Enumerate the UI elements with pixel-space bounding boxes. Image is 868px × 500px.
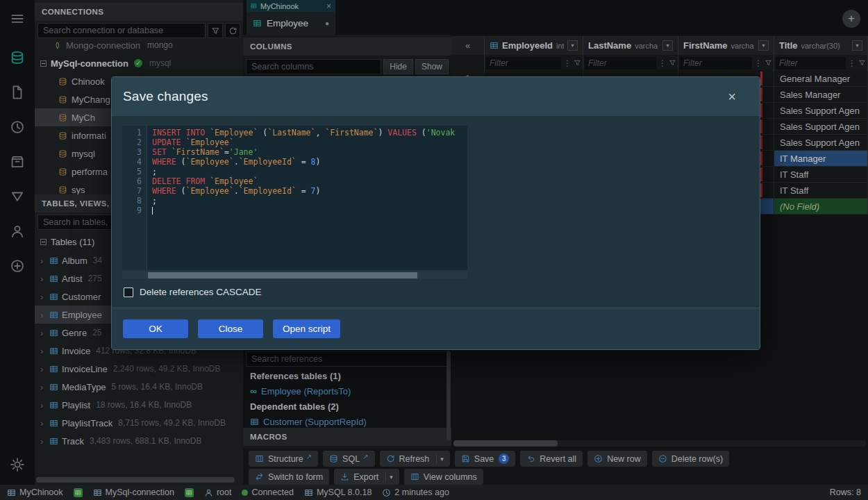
code-token: ; (152, 167, 157, 176)
code-token: ) (315, 157, 320, 167)
code-line: INSERT INTO `Employee` (`LastName`, `Fir… (152, 128, 467, 138)
code-token: `FirstName` (325, 128, 378, 138)
editor-gutter: 123456789 (122, 126, 147, 270)
code-token: `EmployeeId` (239, 157, 297, 167)
code-token: `Employee` (185, 186, 233, 196)
code-token: 'Jane' (229, 147, 258, 157)
code-line: ; (152, 167, 467, 176)
code-token: SET (152, 147, 172, 157)
open-script-button[interactable]: Open script (273, 319, 340, 338)
code-line: WHERE (`Employee`.`EmployeeId` = 7) (152, 186, 467, 196)
code-token: = (297, 186, 311, 196)
modal-header: Save changes × (112, 77, 760, 116)
code-line (152, 206, 467, 215)
sql-editor[interactable]: 123456789 INSERT INTO `Employee` (`LastN… (122, 126, 467, 270)
code-token: , (315, 128, 325, 138)
code-token: = (224, 147, 229, 157)
code-line: WHERE (`Employee`.`EmployeeId` = 8) (152, 157, 467, 167)
code-token: `Employee` (185, 138, 233, 147)
code-line: DELETE FROM `Employee` (152, 176, 467, 186)
editor-horizontal-scrollbar[interactable] (122, 272, 467, 279)
line-number: 4 (122, 157, 142, 167)
cascade-checkbox-row[interactable]: Delete references CASCADE (124, 287, 262, 297)
code-token: ( (258, 128, 267, 138)
code-token: WHERE (152, 186, 181, 196)
code-token: ) (315, 186, 320, 196)
line-number: 9 (122, 206, 142, 215)
app-root: CONNECTIONS Mongo-connectionmongoMySql-c… (0, 0, 868, 500)
cascade-checkbox-label: Delete references CASCADE (140, 287, 262, 297)
modal-footer: OK Close Open script (112, 308, 760, 349)
save-changes-modal: Save changes × 123456789 INSERT INTO `Em… (111, 76, 760, 350)
code-token: = (297, 157, 311, 167)
code-token: ; (152, 196, 157, 206)
modal-body: 123456789 INSERT INTO `Employee` (`LastN… (112, 116, 760, 308)
code-token: `Employee` (210, 176, 258, 186)
modal-close-icon[interactable]: × (728, 90, 749, 103)
line-number: 6 (122, 176, 142, 186)
code-token: ( (422, 128, 426, 138)
close-button[interactable]: Close (198, 319, 263, 338)
code-token: ) (378, 128, 387, 138)
code-token: 'Novak (426, 128, 456, 138)
modal-title: Save changes (123, 89, 208, 104)
code-token: . (234, 157, 239, 167)
code-token: `LastName` (267, 128, 315, 138)
code-line: UPDATE `Employee` (152, 138, 467, 147)
line-number: 7 (122, 186, 142, 196)
code-line: ; (152, 196, 467, 206)
editor-code[interactable]: INSERT INTO `Employee` (`LastName`, `Fir… (147, 126, 467, 270)
code-token: VALUES (387, 128, 421, 138)
ok-button[interactable]: OK (123, 319, 188, 338)
line-number: 3 (122, 147, 142, 157)
line-number: 5 (122, 167, 142, 176)
line-number: 2 (122, 138, 142, 147)
scrollbar-thumb[interactable] (148, 272, 417, 278)
cascade-checkbox[interactable] (124, 288, 133, 297)
code-line: SET `FirstName`='Jane' (152, 147, 467, 157)
code-token: `EmployeeId` (239, 186, 297, 196)
code-token: DELETE FROM (152, 176, 210, 186)
text-cursor (152, 207, 153, 215)
line-number: 8 (122, 196, 142, 206)
code-token: `Employee` (210, 128, 258, 138)
code-token: INSERT INTO (152, 128, 210, 138)
code-token: WHERE (152, 157, 181, 167)
line-number: 1 (122, 128, 142, 138)
code-token: `FirstName` (172, 147, 224, 157)
code-token: . (234, 186, 239, 196)
code-token: `Employee` (185, 157, 233, 167)
code-token: UPDATE (152, 138, 185, 147)
